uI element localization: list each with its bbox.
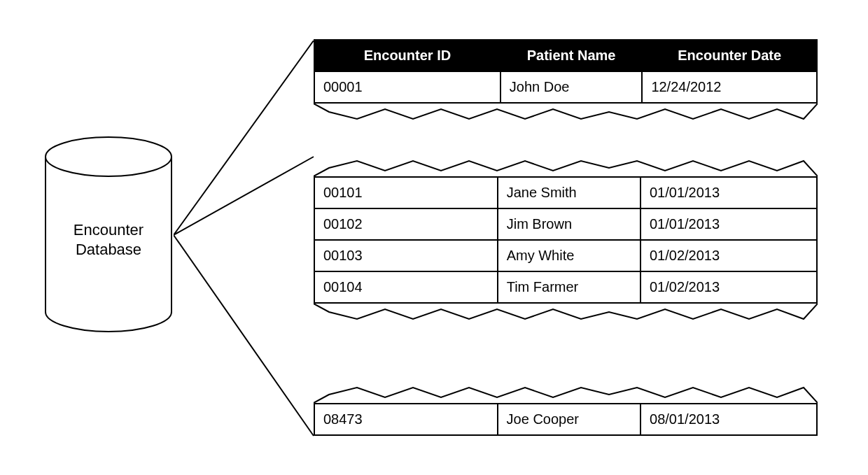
table-row: 00103Amy White01/02/2013 [314,240,817,271]
table-segment-top: Encounter ID Patient Name Encounter Date… [314,39,818,125]
cell-patient-name: Jim Brown [498,208,640,240]
cell-encounter-id: 00101 [314,177,498,208]
cell-encounter-date: 12/24/2012 [642,71,817,103]
table-row: 00001John Doe12/24/2012 [314,71,817,103]
cell-encounter-date: 01/02/2013 [640,240,817,271]
cell-patient-name: Amy White [498,240,640,271]
table-row: 00101Jane Smith01/01/2013 [314,177,817,208]
cell-patient-name: Jane Smith [498,177,640,208]
table-header-row: Encounter ID Patient Name Encounter Date [314,40,817,71]
expansion-bracket-icon [174,41,317,439]
table-row: 00104Tim Farmer01/02/2013 [314,271,817,303]
cell-patient-name: John Doe [500,71,643,103]
cell-encounter-date: 01/02/2013 [640,271,817,303]
torn-edge-top-icon [314,155,818,176]
table-segment-bottom: 08473Joe Cooper08/01/2013 [314,382,818,436]
cell-patient-name: Joe Cooper [498,404,640,435]
cell-encounter-id: 08473 [314,404,498,435]
database-label: EncounterDatabase [43,220,174,259]
header-encounter-id: Encounter ID [314,40,500,71]
table-row: 08473Joe Cooper08/01/2013 [314,404,817,435]
cell-encounter-id: 00103 [314,240,498,271]
svg-point-0 [46,137,172,176]
table-segment-middle: 00101Jane Smith01/01/201300102Jim Brown0… [314,155,818,325]
cell-encounter-id: 00102 [314,208,498,240]
cell-encounter-id: 00104 [314,271,498,303]
torn-edge-bottom-icon [314,304,818,325]
torn-edge-bottom-icon [314,104,818,125]
cell-patient-name: Tim Farmer [498,271,640,303]
cell-encounter-date: 08/01/2013 [640,404,817,435]
torn-edge-top-icon [314,382,818,403]
cell-encounter-date: 01/01/2013 [640,177,817,208]
header-patient-name: Patient Name [500,40,643,71]
header-encounter-date: Encounter Date [642,40,817,71]
table-row: 00102Jim Brown01/01/2013 [314,208,817,240]
cell-encounter-id: 00001 [314,71,500,103]
cell-encounter-date: 01/01/2013 [640,208,817,240]
